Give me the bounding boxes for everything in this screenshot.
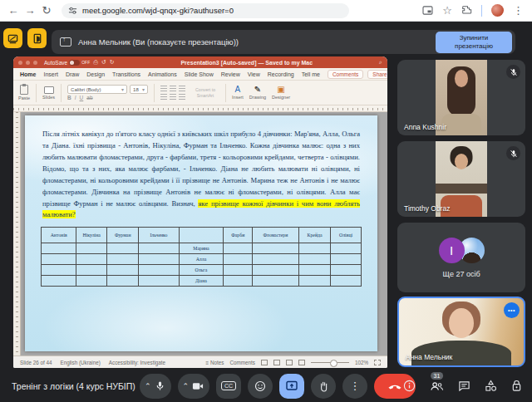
bookmark-star-icon[interactable]: ☆ — [442, 4, 452, 17]
raise-hand-button[interactable] — [311, 374, 336, 399]
tab-transitions[interactable]: Transitions — [112, 71, 140, 77]
ppt-search-icon[interactable]: ⌕ — [379, 59, 382, 66]
slides-button[interactable]: Slides — [42, 86, 55, 100]
redo-icon[interactable]: ↻ — [110, 59, 115, 66]
screen-share-shortcut-button[interactable] — [3, 28, 22, 48]
header-furman: Фурман — [106, 228, 138, 243]
fit-slide-icon[interactable] — [374, 360, 381, 365]
tab-recording[interactable]: Recording — [268, 71, 294, 77]
slide-sorter-view-icon[interactable] — [273, 360, 280, 365]
window-close-icon[interactable] — [18, 61, 22, 65]
picture-in-picture-icon[interactable] — [422, 6, 433, 15]
participant-tile-timothy-obraz[interactable]: Timothy Obraz — [397, 141, 525, 217]
people-icon — [430, 380, 444, 392]
address-bar[interactable]: meet.google.com/wjd-qnqx-gki?authuser=0 — [62, 3, 349, 18]
stop-presentation-button[interactable]: Зупинити презентацію — [436, 32, 512, 53]
strikethrough-button[interactable]: ab — [86, 95, 92, 100]
vertical-ruler — [13, 112, 21, 355]
meeting-details-button[interactable] — [403, 380, 416, 392]
back-icon[interactable]: ← — [5, 4, 22, 17]
meet-control-bar: Тренінг з логіки (4 курс НУБІП) ⌃ ⌃ CC — [0, 370, 532, 402]
toolbar-divider — [481, 5, 482, 17]
font-size-select[interactable]: 18 ▾ — [130, 85, 148, 94]
mic-button[interactable]: ⌃ — [140, 374, 171, 399]
mic-muted-indicator — [506, 65, 520, 79]
tab-view[interactable]: View — [248, 71, 260, 77]
undo-icon[interactable]: ↺ — [101, 59, 106, 66]
tile-options-button[interactable]: ••• — [504, 302, 520, 318]
share-button[interactable]: Share — [367, 70, 387, 79]
reading-view-icon[interactable] — [286, 360, 293, 365]
statusbar-comments-toggle[interactable]: Comments — [229, 360, 254, 365]
normal-view-icon[interactable] — [261, 360, 268, 365]
autosave-state: OFF — [81, 60, 90, 65]
participant-tile-anna-kushnir[interactable]: Anna Kushnir — [397, 60, 525, 135]
tab-home[interactable]: Home — [20, 71, 36, 77]
horizontal-ruler — [13, 105, 387, 112]
door-exit-shortcut-button[interactable] — [27, 28, 47, 48]
extensions-icon[interactable] — [461, 5, 472, 16]
tab-review[interactable]: Review — [221, 71, 240, 77]
paste-button[interactable]: Paste — [18, 85, 30, 100]
bold-button[interactable]: B — [67, 95, 71, 100]
captions-button[interactable]: CC — [216, 374, 241, 399]
italic-button[interactable]: I — [75, 95, 76, 100]
tab-animations[interactable]: Animations — [148, 71, 177, 77]
convert-smartart-button[interactable]: Convert to SmartArt — [191, 87, 219, 97]
tab-insert[interactable]: Insert — [43, 71, 58, 77]
tab-slide-show[interactable]: Slide Show — [185, 71, 214, 77]
chat-button[interactable] — [458, 380, 470, 392]
camera-options-chevron-icon[interactable]: ⌃ — [183, 382, 190, 390]
underline-button[interactable]: U — [80, 95, 84, 100]
participants-count-badge: 31 — [431, 372, 444, 380]
zoom-level[interactable]: 102% — [355, 360, 368, 365]
bullets-icon[interactable] — [160, 86, 167, 91]
zoom-slider[interactable] — [311, 362, 349, 363]
comments-button[interactable]: Comments — [328, 70, 363, 79]
camera-button[interactable]: ⌃ — [178, 374, 210, 399]
avatar-letter: I — [450, 243, 453, 257]
ppt-ribbon-tabs: Home Insert Draw Design Transitions Anim… — [13, 68, 387, 81]
numbering-icon[interactable] — [170, 86, 176, 91]
window-zoom-icon[interactable] — [33, 61, 37, 65]
save-icon[interactable]: ⎙ — [93, 59, 98, 66]
tab-draw[interactable]: Draw — [66, 71, 79, 77]
indent-icon[interactable] — [179, 86, 185, 91]
ppt-window-title: Presentation3 [Auto-saved] — Saved to my… — [180, 60, 313, 66]
language-indicator[interactable]: English (Ukraine) — [61, 360, 101, 365]
autosave-switch-icon — [69, 60, 80, 66]
autosave-toggle[interactable]: AutoSave OFF — [44, 60, 90, 66]
reload-icon[interactable]: ↻ — [38, 4, 55, 17]
tab-tell-me[interactable]: Tell me — [302, 71, 320, 77]
font-name-select[interactable]: Calibri (Body) ▾ — [67, 85, 127, 94]
puzzle-text: Після літніх канікул до п'ятого класу од… — [42, 130, 360, 208]
notes-toggle[interactable]: ≡ Notes — [206, 360, 224, 365]
accessibility-status[interactable]: Accessibility: Investigate — [109, 360, 165, 365]
align-right-icon[interactable] — [179, 94, 185, 100]
reactions-button[interactable] — [248, 374, 273, 399]
self-tile-anna-melnyk[interactable]: ••• Анна Мельник — [397, 297, 525, 367]
profile-avatar[interactable] — [491, 4, 504, 17]
overflow-participants-tile[interactable]: I Ще 27 осіб — [397, 223, 525, 292]
slide-canvas: Після літніх канікул до п'ятого класу од… — [25, 115, 377, 351]
header-ilchenko: Ільченко — [139, 228, 179, 243]
site-settings-icon[interactable] — [68, 6, 77, 15]
toolbar-divider — [36, 84, 37, 102]
slideshow-view-icon[interactable] — [298, 360, 305, 365]
window-minimize-icon[interactable] — [26, 61, 30, 65]
present-screen-button[interactable] — [279, 374, 304, 399]
browser-menu-icon[interactable]: ⋮ — [513, 4, 524, 17]
show-participants-button[interactable]: 31 — [430, 380, 444, 392]
mic-options-chevron-icon[interactable]: ⌃ — [145, 382, 151, 390]
tab-design[interactable]: Design — [86, 71, 105, 77]
designer-button[interactable]: ▣ Designer — [272, 86, 290, 100]
insert-textbox-button[interactable]: A Insert — [232, 86, 244, 100]
forward-icon[interactable]: → — [22, 4, 38, 17]
drawing-button[interactable]: ✎ Drawing — [249, 86, 266, 100]
more-options-button[interactable]: ⋮ — [342, 374, 367, 399]
align-left-icon[interactable] — [160, 94, 167, 100]
align-center-icon[interactable] — [170, 94, 176, 100]
url-text[interactable]: meet.google.com/wjd-qnqx-gki?authuser=0 — [82, 6, 234, 15]
activities-button[interactable] — [485, 380, 497, 392]
host-controls-button[interactable] — [511, 380, 522, 392]
